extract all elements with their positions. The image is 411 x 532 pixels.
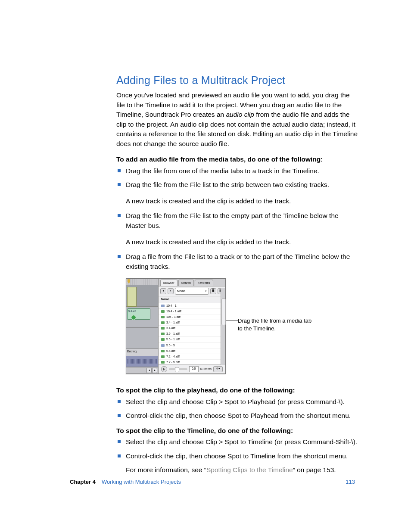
file-list: 10.4 - 1 10.4 - 1.aiff 104 - 1.aiff 3.4 … — [159, 303, 225, 365]
playhead-icon — [128, 279, 130, 283]
list-timeline: Select the clip and choose Clip > Spot t… — [116, 437, 359, 461]
intro-em: audio clip — [226, 111, 254, 118]
file-name: 10.4 - 1 — [166, 304, 177, 308]
scroll-thumb — [221, 299, 226, 325]
list-add-cont2: Drag a file from the File list to a trac… — [116, 252, 359, 271]
list-item: Select the clip and choose Clip > Spot t… — [116, 397, 359, 407]
figure: 5.4.aiff Ending ◂ ▸ Browser Search Favor… — [126, 278, 359, 375]
file-name: 7.2 - 5.aiff — [166, 360, 180, 364]
file-name: 5.6 - 1.aiff — [166, 337, 180, 342]
scroll-left-icon: ◂ — [146, 368, 152, 373]
drop-clip-label: 5.4.aiff — [128, 310, 136, 312]
more-b: ” on page 153. — [293, 466, 336, 473]
subhead-timeline: To spot the clip to the Timeline, do one… — [116, 426, 359, 436]
drop-clip: 5.4.aiff — [127, 308, 150, 320]
folder-icon — [161, 344, 165, 347]
column-header: Name — [159, 296, 225, 303]
list-item: Select the clip and choose Clip > Spot t… — [116, 437, 359, 447]
list-item: Drag a file from the File list to a trac… — [116, 252, 359, 271]
tab-search: Search — [178, 280, 194, 286]
browser-panel: Browser Search Favorites ◂ ▸ Media▾ ≣ ☰ … — [159, 279, 225, 373]
timeline-track: 5.4.aiff — [126, 307, 158, 328]
file-name: 5.6 - 5 — [166, 343, 175, 348]
timeline-ruler — [126, 279, 158, 285]
chapter-title: Working with Multitrack Projects — [102, 478, 181, 486]
folder-icon — [161, 305, 165, 307]
scroll-right-icon: ▸ — [152, 368, 157, 373]
intro-paragraph: Once you've located and previewed an aud… — [116, 90, 359, 149]
list-add-cont: Drag the file from the File list to the … — [116, 211, 359, 230]
list-add: Drag the file from one of the media tabs… — [116, 166, 359, 190]
chevron-down-icon: ▾ — [205, 289, 207, 293]
file-name: 3.5 - 1.aiff — [166, 332, 180, 336]
file-icon — [161, 355, 165, 358]
list-item: Drag the file from the File list to the … — [116, 180, 359, 190]
list-note: A new track is created and the clip is a… — [126, 237, 359, 247]
more-a: For more information, see “ — [126, 466, 206, 473]
list-note: A new track is created and the clip is a… — [126, 196, 359, 206]
list-item: Drag the file from the File list to the … — [116, 211, 359, 230]
screenshot: 5.4.aiff Ending ◂ ▸ Browser Search Favor… — [126, 278, 226, 374]
scroll-bar — [221, 288, 225, 365]
file-name: 7.2 - 4.aiff — [166, 355, 180, 359]
xref-link[interactable]: Spotting Clips to the Timeline — [206, 466, 293, 473]
forward-icon: ▸ — [168, 288, 174, 294]
page-footer: Chapter 4 Working with Multitrack Projec… — [70, 478, 359, 486]
back-icon: ◂ — [160, 288, 166, 294]
audio-clip — [126, 356, 158, 367]
action-popup: ✲▾ — [213, 366, 223, 372]
file-icon — [161, 350, 165, 352]
file-icon — [161, 321, 165, 324]
path-label: Media — [177, 289, 185, 293]
preview-bar: 0:0 63 items ✲▾ — [159, 365, 225, 373]
more-info: For more information, see “Spotting Clip… — [126, 465, 359, 475]
file-icon — [161, 338, 165, 341]
tab-favorites: Favorites — [195, 280, 213, 286]
nav-row: ◂ ▸ Media▾ ≣ ☰ — [159, 286, 225, 296]
timeline-track — [126, 328, 158, 349]
list-item: Control-click the clip, then choose Spot… — [116, 451, 359, 461]
add-icon — [131, 315, 136, 320]
page-number: 113 — [346, 478, 355, 486]
file-icon — [161, 327, 165, 330]
volume-slider — [169, 368, 187, 370]
file-name: 10.4 - 1.aiff — [166, 309, 181, 314]
file-name: 5.6.aiff — [166, 349, 175, 353]
list-item: Drag the file from one of the media tabs… — [116, 166, 359, 176]
timeline-track — [126, 285, 158, 306]
time-display: 0:0 — [189, 366, 199, 372]
play-icon — [161, 366, 167, 372]
tab-browser: Browser — [160, 280, 177, 286]
file-icon — [161, 310, 165, 313]
file-icon — [161, 333, 165, 335]
timeline-track — [126, 356, 158, 367]
file-name: 3.4 - 1.aiff — [166, 320, 180, 325]
scroll-bar: ◂ ▸ — [126, 367, 158, 373]
file-name: 3.4.aiff — [166, 326, 175, 330]
timeline-pane: 5.4.aiff Ending ◂ ▸ — [126, 279, 159, 373]
waveform-icon — [127, 359, 157, 364]
view-icon: ≣ — [210, 288, 216, 294]
section-header: Ending — [126, 349, 158, 356]
file-icon — [161, 316, 165, 318]
subhead-add: To add an audio file from the media tabs… — [116, 155, 359, 164]
tab-bar: Browser Search Favorites — [159, 279, 225, 286]
section-heading: Adding Files to a Multitrack Project — [116, 72, 359, 88]
list-playhead: Select the clip and choose Clip > Spot t… — [116, 397, 359, 421]
callout-leader — [226, 320, 238, 321]
figure-callout: Drag the file from a media tab to the Ti… — [238, 317, 315, 332]
subhead-playhead: To spot the clip to the playhead, do one… — [116, 386, 359, 395]
chapter-label: Chapter 4 — [70, 478, 96, 486]
path-popup: Media▾ — [175, 288, 209, 295]
item-count: 63 items — [200, 367, 212, 371]
margin-rule — [360, 467, 360, 492]
file-icon — [161, 361, 165, 364]
file-name: 104 - 1.aiff — [166, 315, 181, 319]
audio-clip — [127, 287, 137, 307]
list-item: Control-click the clip, then choose Spot… — [116, 411, 359, 420]
